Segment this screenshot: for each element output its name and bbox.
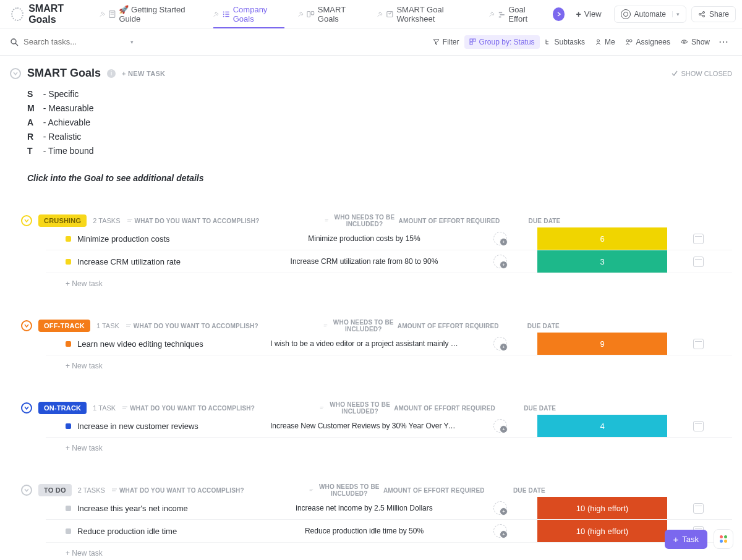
col-header-included[interactable]: WHO NEEDS TO BE INCLUDED? — [320, 401, 394, 415]
text-icon — [325, 218, 329, 224]
subtasks-button[interactable]: Subtasks — [540, 35, 590, 49]
new-task-link[interactable]: + New task — [46, 543, 732, 558]
show-button[interactable]: Show — [675, 35, 715, 49]
tab-goal-effort[interactable]: Goal Effort — [483, 0, 549, 28]
calendar-icon[interactable] — [693, 503, 704, 514]
col-header-due[interactable]: DUE DATE — [513, 483, 575, 497]
assignee-add-button[interactable] — [493, 419, 507, 433]
search-input[interactable] — [23, 37, 110, 46]
tab-label: Goal Effort — [508, 5, 542, 23]
tab-worksheet[interactable]: SMART Goal Worksheet — [371, 0, 482, 28]
plus-icon: + — [673, 534, 679, 545]
assignee-add-button[interactable] — [493, 524, 507, 538]
task-row[interactable]: Learn new video editing techniques I wis… — [46, 333, 732, 355]
col-header-due[interactable]: DUE DATE — [527, 319, 589, 333]
task-row[interactable]: Increase CRM utilization rate Increase C… — [46, 250, 732, 273]
add-view-button[interactable]: + View — [569, 9, 607, 19]
status-pill[interactable]: CRUSHING — [38, 214, 87, 227]
task-row[interactable]: Increase in new customer reviews Increas… — [46, 415, 732, 438]
col-header-effort[interactable]: AMOUNT OF EFFORT REQUIRED — [394, 401, 524, 415]
group-header: TO DO 2 TASKS WHAT DO YOU WANT TO ACCOMP… — [21, 483, 732, 497]
col-header-included[interactable]: WHO NEEDS TO BE INCLUDED? — [309, 483, 383, 497]
calendar-icon[interactable] — [693, 257, 704, 267]
groupby-button[interactable]: Group by: Status — [464, 35, 540, 49]
filter-button[interactable]: Filter — [428, 35, 464, 49]
status-pill[interactable]: TO DO — [38, 484, 72, 496]
effort-cell[interactable]: 6 — [537, 227, 667, 250]
me-button[interactable]: Me — [590, 35, 620, 49]
show-closed-button[interactable]: SHOW CLOSED — [671, 70, 732, 77]
tab-smart-goals[interactable]: SMART Goals — [292, 0, 370, 28]
status-square-icon[interactable] — [66, 423, 71, 429]
desc-row: M - Measurable — [27, 101, 732, 116]
effort-cell[interactable]: 4 — [537, 415, 667, 437]
tab-getting-started[interactable]: 🚀 Getting Started Guide — [93, 0, 206, 28]
status-square-icon[interactable] — [66, 259, 71, 265]
status-square-icon[interactable] — [66, 341, 71, 347]
share-button[interactable]: Share — [691, 6, 736, 22]
col-header-accomplish[interactable]: WHAT DO YOU WANT TO ACCOMPLISH? — [127, 214, 325, 227]
col-header-accomplish[interactable]: WHAT DO YOU WANT TO ACCOMPLISH? — [122, 401, 320, 415]
effort-cell[interactable]: 10 (high effort) — [537, 520, 667, 542]
status-square-icon[interactable] — [66, 236, 71, 242]
tab-company-goals[interactable]: Company Goals — [207, 0, 291, 28]
group-collapse-toggle[interactable] — [21, 485, 32, 496]
more-options-button[interactable]: ⋯ — [715, 36, 732, 48]
breadcrumb[interactable]: SMART Goals — [6, 1, 92, 28]
filter-icon — [433, 38, 440, 45]
apps-fab[interactable] — [714, 529, 733, 549]
group-collapse-toggle[interactable] — [21, 215, 32, 226]
automate-button[interactable]: Automate ▾ — [614, 6, 686, 23]
search-box[interactable]: ▾ — [10, 37, 134, 46]
assignees-button[interactable]: Assignees — [620, 35, 675, 49]
status-pill[interactable]: OFF-TRACK — [38, 320, 90, 332]
task-count: 2 TASKS — [78, 486, 105, 494]
collapse-toggle[interactable] — [10, 68, 21, 79]
assignee-add-button[interactable] — [493, 255, 507, 268]
description: S - Specific M - Measurable A - Achievab… — [10, 80, 732, 183]
task-accomplish: Minimize production costs by 15% — [265, 234, 463, 243]
calendar-icon[interactable] — [693, 421, 704, 431]
task-row[interactable]: Increase this year's net income increase… — [46, 497, 732, 520]
chevron-down-icon[interactable]: ▾ — [130, 39, 134, 45]
assignee-add-button[interactable] — [493, 232, 507, 245]
task-count: 2 TASKS — [93, 217, 120, 224]
task-row[interactable]: Reduce production idle time Reduce produ… — [46, 520, 732, 543]
new-task-fab[interactable]: + Task — [665, 530, 708, 549]
group-collapse-toggle[interactable] — [21, 402, 32, 414]
status-pill[interactable]: ON-TRACK — [38, 402, 87, 414]
col-header-accomplish[interactable]: WHAT DO YOU WANT TO ACCOMPLISH? — [111, 483, 309, 497]
col-header-effort[interactable]: AMOUNT OF EFFORT REQUIRED — [399, 214, 529, 227]
new-task-link[interactable]: + New task — [46, 438, 732, 452]
plus-icon: + — [576, 9, 581, 19]
task-row[interactable]: Minimize production costs Minimize produ… — [46, 227, 732, 250]
user-icon — [595, 38, 602, 45]
next-views-button[interactable] — [553, 7, 565, 21]
effort-cell[interactable]: 10 (high effort) — [537, 497, 667, 519]
col-header-due[interactable]: DUE DATE — [524, 401, 586, 415]
new-task-button[interactable]: + NEW TASK — [122, 70, 165, 77]
status-square-icon[interactable] — [66, 506, 71, 511]
gantt-icon — [498, 10, 506, 19]
subtasks-icon — [545, 38, 552, 45]
effort-cell[interactable]: 9 — [537, 333, 667, 355]
calendar-icon[interactable] — [693, 234, 704, 244]
info-icon[interactable]: i — [107, 69, 116, 78]
main-content: SMART Goals i + NEW TASK SHOW CLOSED S -… — [0, 56, 742, 560]
col-header-included[interactable]: WHO NEEDS TO BE INCLUDED? — [325, 214, 399, 227]
col-header-effort[interactable]: AMOUNT OF EFFORT REQUIRED — [383, 483, 513, 497]
col-header-due[interactable]: DUE DATE — [529, 214, 591, 227]
col-header-effort[interactable]: AMOUNT OF EFFORT REQUIRED — [398, 319, 527, 333]
col-header-included[interactable]: WHO NEEDS TO BE INCLUDED? — [323, 319, 398, 333]
status-square-icon[interactable] — [66, 528, 71, 534]
group-collapse-toggle[interactable] — [21, 320, 32, 331]
assignee-add-button[interactable] — [493, 501, 507, 515]
effort-cell[interactable]: 3 — [537, 250, 667, 273]
col-header-accomplish[interactable]: WHAT DO YOU WANT TO ACCOMPLISH? — [126, 319, 323, 333]
calendar-icon[interactable] — [693, 339, 704, 349]
assignee-add-button[interactable] — [493, 337, 507, 350]
desc-row: T - Time bound — [27, 144, 732, 158]
new-task-link[interactable]: + New task — [46, 273, 732, 288]
new-task-link[interactable]: + New task — [46, 355, 732, 370]
dots-icon: ⋯ — [719, 36, 728, 47]
